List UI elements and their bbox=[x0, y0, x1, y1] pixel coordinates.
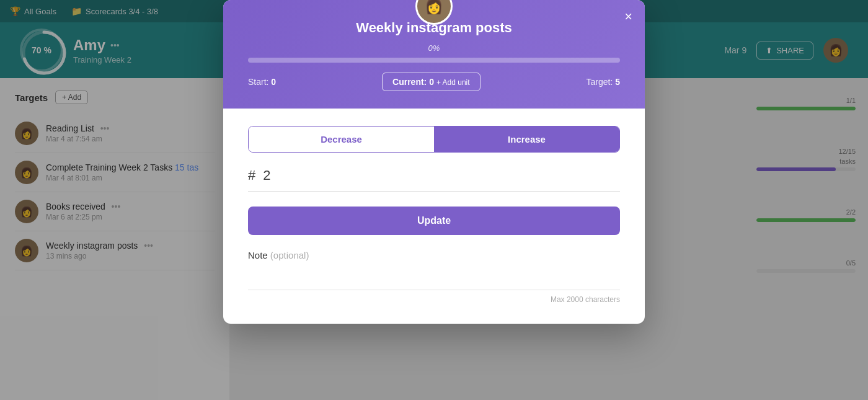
modal-header: 👩 × Weekly instagram posts 0% Start: 0 C… bbox=[223, 0, 645, 109]
current-button[interactable]: Current: 0 + Add unit bbox=[382, 73, 480, 91]
modal-metrics: Start: 0 Current: 0 + Add unit Target: 5 bbox=[248, 73, 620, 91]
start-value: 0 bbox=[271, 77, 276, 87]
modal-overlay[interactable]: 👩 × Weekly instagram posts 0% Start: 0 C… bbox=[0, 0, 868, 400]
close-button[interactable]: × bbox=[624, 10, 632, 24]
modal-body: Decrease Increase # Update Note (optiona… bbox=[223, 109, 645, 324]
modal-percent: 0% bbox=[248, 43, 620, 53]
decrease-button[interactable]: Decrease bbox=[249, 127, 434, 152]
note-label: Note (optional) bbox=[248, 250, 620, 260]
number-input-row: # bbox=[248, 167, 620, 192]
note-textarea[interactable] bbox=[248, 265, 620, 290]
start-label: Start: 0 bbox=[248, 77, 276, 87]
hash-symbol: # bbox=[248, 167, 255, 184]
toggle-group: Decrease Increase bbox=[248, 126, 620, 153]
target-label: Target: 5 bbox=[587, 77, 621, 87]
max-chars-label: Max 2000 characters bbox=[248, 295, 620, 304]
update-button[interactable]: Update bbox=[248, 207, 620, 235]
modal-progress-track bbox=[248, 58, 620, 63]
increase-button[interactable]: Increase bbox=[434, 127, 619, 152]
value-input[interactable] bbox=[263, 167, 325, 184]
target-value: 5 bbox=[615, 77, 620, 87]
note-section: Note (optional) Max 2000 characters bbox=[248, 250, 620, 304]
note-optional: (optional) bbox=[270, 250, 309, 260]
modal: 👩 × Weekly instagram posts 0% Start: 0 C… bbox=[223, 0, 645, 324]
